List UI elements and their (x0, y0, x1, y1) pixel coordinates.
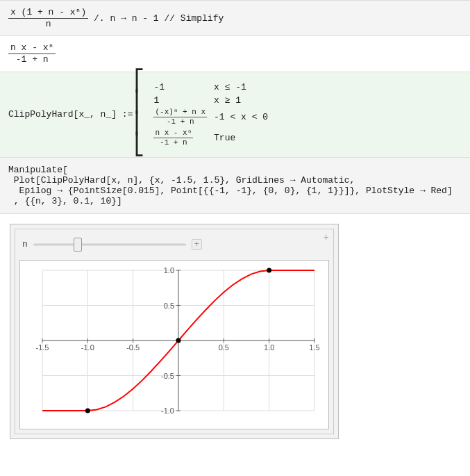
code-line: Manipulate[ (8, 165, 462, 175)
fraction: n x - xⁿ -1 + n (8, 43, 56, 64)
piecewise-cond: True (214, 129, 268, 147)
svg-text:-0.5: -0.5 (161, 371, 174, 379)
piecewise-value: (-x)ⁿ + n x -1 + n (153, 108, 207, 126)
svg-point-35 (176, 338, 181, 343)
svg-point-34 (85, 408, 90, 413)
svg-point-36 (267, 268, 271, 272)
slider-expand-button[interactable]: + (192, 239, 202, 250)
piecewise-row: n x - xⁿ -1 + n True (153, 129, 268, 147)
svg-text:1.0: 1.0 (164, 266, 174, 274)
piecewise-brace: ⎡⎢⎢⎣ -1 x ≤ -1 1 x ≥ 1 (-x)ⁿ + n x -1 + … (133, 79, 275, 150)
plot-frame: -1.5-1.0-0.50.51.01.5-1.0-0.50.51.0 (19, 260, 329, 429)
code-line: Epilog → {PointSize[0.015], Point[{{-1, … (8, 186, 462, 196)
plot: -1.5-1.0-0.50.51.01.5-1.0-0.50.51.0 (23, 263, 321, 423)
slider-thumb[interactable] (74, 238, 82, 252)
svg-text:1.5: 1.5 (309, 343, 319, 352)
svg-text:1.0: 1.0 (264, 343, 274, 352)
code-line: , {{n, 3}, 0.1, 10}] (8, 196, 462, 206)
piecewise-cond: x ≤ -1 (214, 82, 268, 92)
piecewise-table: -1 x ≤ -1 1 x ≥ 1 (-x)ⁿ + n x -1 + n -1 … (146, 79, 275, 150)
manipulate-panel: + n + -1.5-1.0-0.50.51.01.5-1.0-0.50.51.… (10, 224, 339, 439)
slider-row: n + (22, 239, 326, 250)
cell-input: x (1 + n - xⁿ) n /. n → n - 1 // Simplif… (0, 0, 470, 35)
slider-label: n (22, 239, 28, 249)
input-tail: /. n → n - 1 // Simplify (94, 13, 224, 24)
slider-track (33, 243, 186, 245)
svg-text:-1.0: -1.0 (81, 343, 94, 352)
piecewise-cond: -1 < x < 0 (214, 108, 268, 126)
code-line: Plot[ClipPolyHard[x, n], {x, -1.5, 1.5},… (8, 175, 462, 186)
manipulate-inner: + n + -1.5-1.0-0.50.51.01.5-1.0-0.50.51.… (15, 229, 334, 434)
cell-output: n x - xⁿ -1 + n (0, 35, 470, 71)
svg-text:-1.0: -1.0 (161, 407, 174, 415)
brace-icon: ⎡⎢⎢⎣ (133, 79, 146, 150)
piecewise-row: 1 x ≥ 1 (153, 95, 268, 106)
svg-text:-1.5: -1.5 (36, 343, 49, 352)
svg-text:0.5: 0.5 (164, 301, 174, 309)
fraction-numerator: x (1 + n - xⁿ) (8, 8, 88, 18)
fraction: x (1 + n - xⁿ) n (8, 8, 88, 28)
fraction-numerator: n x - xⁿ (8, 43, 56, 54)
piecewise-value: 1 (153, 95, 207, 106)
slider[interactable] (33, 240, 186, 249)
svg-text:-0.5: -0.5 (126, 343, 140, 352)
cell-definition: ClipPolyHard[x_, n_] := ⎡⎢⎢⎣ -1 x ≤ -1 1… (0, 72, 470, 157)
piecewise-row: -1 x ≤ -1 (153, 82, 268, 92)
svg-text:0.5: 0.5 (219, 343, 229, 352)
piecewise-value: n x - xⁿ -1 + n (153, 129, 207, 147)
piecewise-value: -1 (153, 82, 207, 92)
piecewise-row: (-x)ⁿ + n x -1 + n -1 < x < 0 (153, 108, 268, 126)
cell-widget: + n + -1.5-1.0-0.50.51.01.5-1.0-0.50.51.… (0, 213, 470, 449)
fraction-denominator: -1 + n (8, 54, 56, 65)
cell-code: Manipulate[ Plot[ClipPolyHard[x, n], {x,… (0, 157, 470, 213)
add-control-button[interactable]: + (324, 232, 329, 243)
definition-lhs: ClipPolyHard[x_, n_] := (8, 109, 133, 120)
piecewise-cond: x ≥ 1 (214, 95, 268, 106)
fraction-denominator: n (8, 18, 88, 29)
